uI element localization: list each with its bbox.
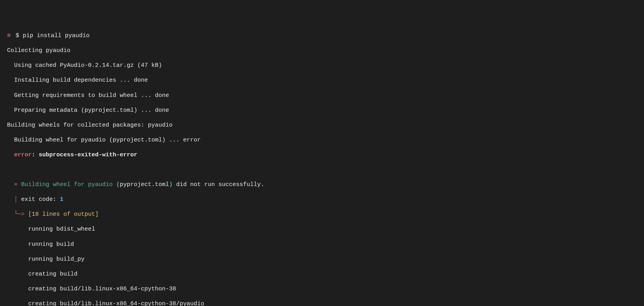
build-wheel-text: Building wheel for pyaudio — [18, 181, 116, 188]
build-output-line: running build — [7, 241, 644, 248]
tree-branch-icon: ╰─> — [7, 211, 25, 218]
output-line: Preparing metadata (pyproject.toml) ... … — [7, 107, 644, 114]
tree-pipe-icon: │ — [7, 196, 21, 203]
error-label: error — [14, 152, 32, 158]
output-line: Building wheels for collected packages: … — [7, 122, 644, 129]
output-line: Getting requirements to build wheel ... … — [7, 92, 644, 99]
command-text: pip install pyaudio — [23, 32, 90, 39]
blank-line — [7, 166, 644, 174]
paren-close: ) — [169, 181, 173, 188]
build-output-line: creating build/lib.linux-x86_64-cpython-… — [7, 285, 644, 293]
output-header-line: ╰─> [18 lines of output] — [7, 211, 644, 218]
pyproject-text: pyproject.toml — [120, 181, 169, 188]
exit-code-line: │ exit code: 1 — [7, 196, 644, 203]
shell-status-icon: ⊗ — [7, 32, 11, 39]
exit-code-label: exit code: — [21, 196, 60, 203]
prompt-symbol: $ — [16, 32, 19, 39]
build-output-line: creating build — [7, 270, 644, 278]
lines-of-output-text: [18 lines of output] — [25, 211, 99, 218]
did-not-run-text: did not run successfully. — [173, 181, 264, 188]
output-line: Building wheel for pyaudio (pyproject.to… — [7, 136, 644, 144]
build-output-line: creating build/lib.linux-x86_64-cpython-… — [7, 300, 644, 306]
cross-icon: × — [14, 181, 18, 188]
command-line: ⊗ $ pip install pyaudio — [7, 32, 644, 39]
output-line: Collecting pyaudio — [7, 47, 644, 54]
error-line: error: subprocess-exited-with-error — [7, 151, 644, 159]
build-output-line: running bdist_wheel — [7, 225, 644, 233]
error-detail-line: × Building wheel for pyaudio (pyproject.… — [7, 181, 644, 188]
output-line: Using cached PyAudio-0.2.14.tar.gz (47 k… — [7, 62, 644, 69]
error-message: subprocess-exited-with-error — [39, 152, 137, 158]
exit-code-value: 1 — [60, 196, 63, 203]
output-line: Installing build dependencies ... done — [7, 77, 644, 84]
paren-open: ( — [116, 181, 120, 188]
build-output-line: running build_py — [7, 256, 644, 263]
